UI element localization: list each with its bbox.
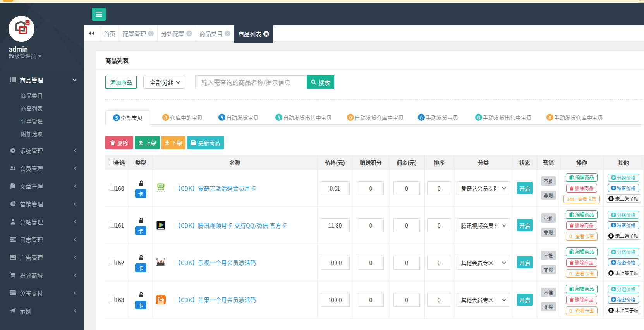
add-product-button[interactable]: 添加商品 xyxy=(105,76,137,89)
sidebar-item-goods-manage[interactable]: 商品管理 xyxy=(0,71,84,89)
row-checkbox[interactable] xyxy=(110,186,115,191)
recommend-toggle-button[interactable]: 不推 xyxy=(541,176,556,186)
select-all-checkbox[interactable] xyxy=(109,160,114,165)
sort-input[interactable] xyxy=(427,293,451,307)
type-card-badge[interactable]: 卡 xyxy=(135,226,146,235)
sidebar-item-marketing-manage[interactable]: 营销管理 xyxy=(0,195,84,213)
points-input[interactable] xyxy=(358,256,384,270)
edit-product-button[interactable]: 编辑商品 xyxy=(566,285,597,293)
delete-product-button[interactable]: 删除商品 xyxy=(566,296,597,304)
page-tab-substation-config[interactable]: 分站配置 xyxy=(158,25,196,41)
collapse-tabs-icon[interactable] xyxy=(84,25,100,41)
group-filter-select[interactable]: 全部分组 xyxy=(143,76,185,89)
sidebar-subitem-extra-options[interactable]: 附加选项 xyxy=(0,127,84,140)
commission-input[interactable] xyxy=(393,256,420,270)
hot-toggle-button[interactable]: 非爆 xyxy=(541,191,556,200)
filter-tab-manual-warehouse[interactable]: 0手动发货仓库中宝贝 xyxy=(546,110,603,124)
tab-close-icon[interactable] xyxy=(225,31,230,36)
points-input[interactable] xyxy=(358,181,384,195)
row-checkbox[interactable] xyxy=(110,223,115,228)
bulk-update-button[interactable]: 更新商品 xyxy=(187,136,224,149)
category-select[interactable]: 其他会员专区 xyxy=(457,293,510,307)
hot-toggle-button[interactable]: 非爆 xyxy=(541,302,556,311)
status-toggle-button[interactable]: 开启 xyxy=(517,219,533,231)
category-select[interactable]: 其他会员专区 xyxy=(457,256,510,270)
category-select[interactable]: 腾讯视频会员专区 xyxy=(457,218,510,232)
product-name-link[interactable]: 【CDK】芒果一个月会员激活码 xyxy=(175,296,256,304)
substation-status-button[interactable]: 0未上架子站 xyxy=(606,232,641,240)
filter-tab-all[interactable]: 5全部宝贝 xyxy=(105,110,150,125)
sidebar-item-no-sign-pay[interactable]: 免签支付 xyxy=(0,284,84,302)
filter-tab-auto-selling[interactable]: 5自动发货出售中宝贝 xyxy=(275,110,332,124)
product-name-link[interactable]: 【CDK】腾讯视频月卡 支持QQ/微信 官方卡 xyxy=(175,221,287,229)
sort-input[interactable] xyxy=(427,256,451,270)
page-tab-goods-category[interactable]: 商品类目 xyxy=(196,25,234,41)
commission-input[interactable] xyxy=(393,181,420,195)
filter-tab-auto[interactable]: 5自动发货宝贝 xyxy=(218,110,259,124)
price-input[interactable] xyxy=(321,256,350,270)
sidebar-toggle-button[interactable] xyxy=(92,8,106,21)
private-price-button[interactable]: 私密价格 xyxy=(608,258,639,266)
page-tab-config[interactable]: 配置管理 xyxy=(119,25,158,41)
commission-input[interactable] xyxy=(393,293,420,307)
type-card-badge[interactable]: 卡 xyxy=(135,301,146,309)
substation-status-button[interactable]: 0未上架子站 xyxy=(606,269,641,277)
sidebar-subitem-order-manage[interactable]: 订单管理 xyxy=(0,115,84,127)
bulk-delete-button[interactable]: 删除 xyxy=(105,136,133,149)
private-price-button[interactable]: 私密价格 xyxy=(608,221,639,229)
row-checkbox[interactable] xyxy=(110,260,115,265)
row-checkbox[interactable] xyxy=(110,297,115,302)
search-button[interactable]: 搜索 xyxy=(307,75,334,89)
status-toggle-button[interactable]: 开启 xyxy=(517,294,533,306)
group-price-button[interactable]: 分组价格 xyxy=(608,174,639,182)
sidebar-item-log-manage[interactable]: 日志管理 xyxy=(0,230,84,248)
edit-product-button[interactable]: 编辑商品 xyxy=(566,248,597,256)
sidebar-subitem-goods-list[interactable]: 商品列表 xyxy=(0,102,84,115)
group-price-button[interactable]: 分组价格 xyxy=(608,248,639,256)
sidebar-item-substation-manage[interactable]: 分站管理 xyxy=(0,213,84,230)
hot-toggle-button[interactable]: 非爆 xyxy=(541,265,556,274)
edit-product-button[interactable]: 编辑商品 xyxy=(566,173,597,182)
points-input[interactable] xyxy=(358,218,384,232)
type-card-badge[interactable]: 卡 xyxy=(135,189,146,198)
group-price-button[interactable]: 分组价格 xyxy=(608,211,639,219)
private-price-button[interactable]: 私密价格 xyxy=(608,184,639,192)
tab-close-icon[interactable] xyxy=(186,31,192,36)
edit-product-button[interactable]: 编辑商品 xyxy=(566,210,597,219)
hot-toggle-button[interactable]: 非爆 xyxy=(541,228,556,237)
substation-status-button[interactable]: 0未上架子站 xyxy=(606,306,641,314)
filter-tab-warehouse[interactable]: 0仓库中的宝贝 xyxy=(162,110,203,124)
product-name-link[interactable]: 【CDK】乐视一个月会员激活码 xyxy=(175,258,256,266)
sidebar-item-points-mall[interactable]: 积分商城 xyxy=(0,266,84,284)
bulk-on-shelf-button[interactable]: 上架 xyxy=(135,136,160,149)
page-tab-home[interactable]: 首页 xyxy=(100,25,119,41)
delete-product-button[interactable]: 删除商品 xyxy=(566,258,597,267)
delete-product-button[interactable]: 删除商品 xyxy=(566,221,597,230)
recommend-toggle-button[interactable]: 不推 xyxy=(541,288,556,297)
view-cards-button[interactable]: 0 查看卡密 xyxy=(566,269,597,278)
status-toggle-button[interactable]: 开启 xyxy=(517,256,533,268)
sidebar-item-member-manage[interactable]: 会员管理 xyxy=(0,159,84,177)
delete-product-button[interactable]: 删除商品 xyxy=(566,184,597,192)
points-input[interactable] xyxy=(358,293,384,307)
search-input[interactable] xyxy=(195,75,307,89)
view-cards-button[interactable]: 0 查看卡密 xyxy=(566,306,597,315)
status-toggle-button[interactable]: 开启 xyxy=(517,182,533,194)
sidebar-item-article-manage[interactable]: 文章管理 xyxy=(0,177,84,195)
sidebar-item-example[interactable]: 示例 xyxy=(0,302,84,320)
price-input[interactable] xyxy=(321,181,350,195)
sort-input[interactable] xyxy=(427,181,451,195)
private-price-button[interactable]: 私密价格 xyxy=(608,296,639,304)
sidebar-subitem-goods-category[interactable]: 商品类目 xyxy=(0,89,84,102)
price-input[interactable] xyxy=(321,218,350,232)
type-card-badge[interactable]: 卡 xyxy=(135,263,146,272)
sidebar-item-ad-manage[interactable]: 广告管理 xyxy=(0,248,84,266)
group-price-button[interactable]: 分组价格 xyxy=(608,285,639,293)
recommend-toggle-button[interactable]: 不推 xyxy=(541,213,556,223)
recommend-toggle-button[interactable]: 不推 xyxy=(541,251,556,260)
avatar[interactable] xyxy=(9,16,34,42)
filter-tab-manual-selling[interactable]: 0手动发货出售中宝贝 xyxy=(475,110,532,124)
tab-close-icon[interactable] xyxy=(148,31,154,36)
user-role-dropdown[interactable]: 超级管理员 xyxy=(9,52,42,60)
sort-input[interactable] xyxy=(427,218,451,232)
